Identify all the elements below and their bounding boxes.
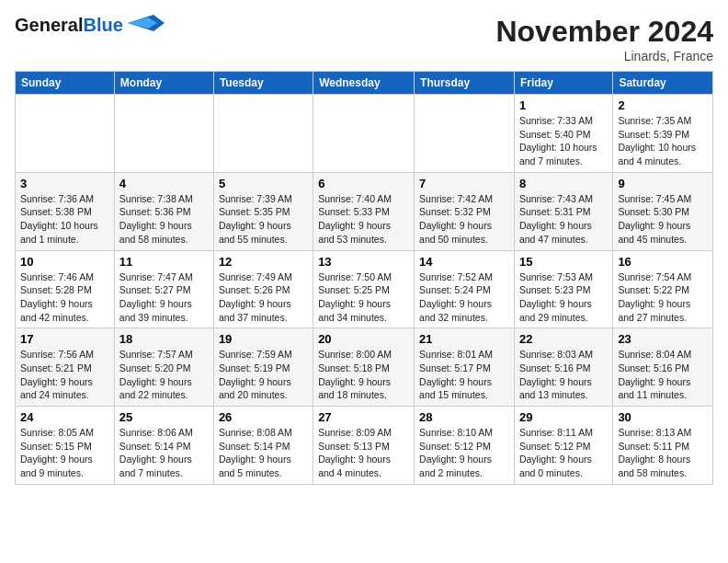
month-title: November 2024 [495, 15, 713, 49]
day-number: 3 [20, 177, 109, 190]
day-detail: Sunrise: 8:11 AM Sunset: 5:12 PM Dayligh… [519, 426, 608, 480]
logo-icon [128, 15, 165, 31]
day-number: 6 [318, 177, 409, 190]
day-detail: Sunrise: 8:04 AM Sunset: 5:16 PM Dayligh… [618, 348, 708, 402]
calendar-cell: 15Sunrise: 7:53 AM Sunset: 5:23 PM Dayli… [514, 250, 612, 328]
day-detail: Sunrise: 8:13 AM Sunset: 5:11 PM Dayligh… [618, 426, 708, 480]
day-number: 12 [219, 255, 308, 269]
weekday-header-tuesday: Tuesday [213, 72, 313, 95]
day-detail: Sunrise: 7:38 AM Sunset: 5:36 PM Dayligh… [119, 192, 209, 247]
calendar-week-3: 10Sunrise: 7:46 AM Sunset: 5:28 PM Dayli… [16, 250, 713, 328]
day-detail: Sunrise: 7:36 AM Sunset: 5:38 PM Dayligh… [20, 192, 109, 247]
day-detail: Sunrise: 7:47 AM Sunset: 5:27 PM Dayligh… [119, 270, 209, 325]
day-detail: Sunrise: 7:43 AM Sunset: 5:31 PM Dayligh… [519, 192, 608, 247]
calendar-cell [16, 95, 115, 173]
logo-text: GeneralBlue [15, 15, 128, 35]
day-number: 24 [20, 410, 109, 424]
calendar-cell: 25Sunrise: 8:06 AM Sunset: 5:14 PM Dayli… [114, 407, 213, 485]
day-number: 4 [119, 177, 209, 190]
day-number: 11 [119, 255, 209, 269]
day-number: 30 [618, 410, 708, 424]
calendar-cell: 9Sunrise: 7:45 AM Sunset: 5:30 PM Daylig… [613, 172, 713, 250]
page-header: GeneralBlue November 2024 Linards, Franc… [15, 15, 713, 63]
calendar-cell: 26Sunrise: 8:08 AM Sunset: 5:14 PM Dayli… [213, 407, 313, 485]
calendar-cell: 17Sunrise: 7:56 AM Sunset: 5:21 PM Dayli… [16, 328, 115, 407]
calendar-cell [213, 95, 313, 173]
day-number: 28 [419, 410, 509, 424]
day-detail: Sunrise: 7:52 AM Sunset: 5:24 PM Dayligh… [419, 270, 509, 325]
day-detail: Sunrise: 7:42 AM Sunset: 5:32 PM Dayligh… [419, 192, 509, 247]
calendar-cell: 12Sunrise: 7:49 AM Sunset: 5:26 PM Dayli… [213, 250, 313, 328]
day-detail: Sunrise: 7:50 AM Sunset: 5:25 PM Dayligh… [318, 270, 409, 325]
calendar-cell: 10Sunrise: 7:46 AM Sunset: 5:28 PM Dayli… [16, 250, 115, 328]
calendar-cell: 1Sunrise: 7:33 AM Sunset: 5:40 PM Daylig… [514, 95, 612, 173]
weekday-header-row: SundayMondayTuesdayWednesdayThursdayFrid… [16, 72, 713, 95]
day-number: 20 [318, 332, 409, 346]
day-detail: Sunrise: 7:56 AM Sunset: 5:21 PM Dayligh… [20, 348, 109, 402]
day-detail: Sunrise: 8:01 AM Sunset: 5:17 PM Dayligh… [419, 348, 509, 402]
day-detail: Sunrise: 8:05 AM Sunset: 5:15 PM Dayligh… [20, 426, 109, 480]
calendar-cell: 20Sunrise: 8:00 AM Sunset: 5:18 PM Dayli… [313, 328, 415, 407]
weekday-header-thursday: Thursday [415, 72, 515, 95]
calendar-cell: 4Sunrise: 7:38 AM Sunset: 5:36 PM Daylig… [114, 172, 213, 250]
weekday-header-friday: Friday [514, 72, 612, 95]
day-number: 18 [119, 332, 209, 346]
day-detail: Sunrise: 7:39 AM Sunset: 5:35 PM Dayligh… [219, 192, 308, 247]
calendar-cell: 27Sunrise: 8:09 AM Sunset: 5:13 PM Dayli… [313, 407, 415, 485]
calendar-cell [114, 95, 213, 173]
calendar-week-2: 3Sunrise: 7:36 AM Sunset: 5:38 PM Daylig… [16, 172, 713, 250]
calendar-cell [313, 95, 415, 173]
day-detail: Sunrise: 7:54 AM Sunset: 5:22 PM Dayligh… [618, 270, 708, 325]
day-number: 27 [318, 410, 409, 424]
day-number: 26 [219, 410, 308, 424]
calendar-cell: 3Sunrise: 7:36 AM Sunset: 5:38 PM Daylig… [16, 172, 115, 250]
calendar-cell: 24Sunrise: 8:05 AM Sunset: 5:15 PM Dayli… [16, 407, 115, 485]
calendar-cell: 28Sunrise: 8:10 AM Sunset: 5:12 PM Dayli… [415, 407, 515, 485]
day-detail: Sunrise: 7:46 AM Sunset: 5:28 PM Dayligh… [20, 270, 109, 325]
day-number: 8 [519, 177, 608, 190]
logo: GeneralBlue [15, 15, 165, 36]
day-detail: Sunrise: 8:06 AM Sunset: 5:14 PM Dayligh… [119, 426, 209, 480]
calendar-week-5: 24Sunrise: 8:05 AM Sunset: 5:15 PM Dayli… [16, 407, 713, 485]
weekday-header-monday: Monday [114, 72, 213, 95]
calendar-cell: 21Sunrise: 8:01 AM Sunset: 5:17 PM Dayli… [415, 328, 515, 407]
weekday-header-saturday: Saturday [613, 72, 713, 95]
day-number: 14 [419, 255, 509, 269]
day-number: 23 [618, 332, 708, 346]
calendar-cell: 11Sunrise: 7:47 AM Sunset: 5:27 PM Dayli… [114, 250, 213, 328]
calendar-week-1: 1Sunrise: 7:33 AM Sunset: 5:40 PM Daylig… [16, 95, 713, 173]
calendar-cell: 7Sunrise: 7:42 AM Sunset: 5:32 PM Daylig… [415, 172, 515, 250]
day-number: 1 [519, 98, 608, 112]
calendar-cell: 5Sunrise: 7:39 AM Sunset: 5:35 PM Daylig… [213, 172, 313, 250]
day-detail: Sunrise: 7:57 AM Sunset: 5:20 PM Dayligh… [119, 348, 209, 402]
calendar-cell: 13Sunrise: 7:50 AM Sunset: 5:25 PM Dayli… [313, 250, 415, 328]
day-number: 13 [318, 255, 409, 269]
day-detail: Sunrise: 7:45 AM Sunset: 5:30 PM Dayligh… [618, 192, 708, 247]
day-number: 9 [618, 177, 708, 190]
day-detail: Sunrise: 8:09 AM Sunset: 5:13 PM Dayligh… [318, 426, 409, 480]
day-number: 22 [519, 332, 608, 346]
day-detail: Sunrise: 7:59 AM Sunset: 5:19 PM Dayligh… [219, 348, 308, 402]
calendar-cell: 6Sunrise: 7:40 AM Sunset: 5:33 PM Daylig… [313, 172, 415, 250]
calendar-cell: 30Sunrise: 8:13 AM Sunset: 5:11 PM Dayli… [613, 407, 713, 485]
calendar-cell [415, 95, 515, 173]
calendar-cell: 23Sunrise: 8:04 AM Sunset: 5:16 PM Dayli… [613, 328, 713, 407]
day-detail: Sunrise: 7:53 AM Sunset: 5:23 PM Dayligh… [519, 270, 608, 325]
day-number: 5 [219, 177, 308, 190]
calendar-cell: 29Sunrise: 8:11 AM Sunset: 5:12 PM Dayli… [514, 407, 612, 485]
day-number: 25 [119, 410, 209, 424]
location-title: Linards, France [495, 49, 713, 63]
weekday-header-sunday: Sunday [16, 72, 115, 95]
day-detail: Sunrise: 7:33 AM Sunset: 5:40 PM Dayligh… [519, 114, 608, 168]
calendar-cell: 19Sunrise: 7:59 AM Sunset: 5:19 PM Dayli… [213, 328, 313, 407]
day-detail: Sunrise: 7:49 AM Sunset: 5:26 PM Dayligh… [219, 270, 308, 325]
day-detail: Sunrise: 7:35 AM Sunset: 5:39 PM Dayligh… [618, 114, 708, 168]
calendar-cell: 16Sunrise: 7:54 AM Sunset: 5:22 PM Dayli… [613, 250, 713, 328]
day-number: 10 [20, 255, 109, 269]
day-detail: Sunrise: 8:08 AM Sunset: 5:14 PM Dayligh… [219, 426, 308, 480]
day-detail: Sunrise: 7:40 AM Sunset: 5:33 PM Dayligh… [318, 192, 409, 247]
day-number: 29 [519, 410, 608, 424]
day-number: 16 [618, 255, 708, 269]
day-detail: Sunrise: 8:10 AM Sunset: 5:12 PM Dayligh… [419, 426, 509, 480]
calendar-cell: 8Sunrise: 7:43 AM Sunset: 5:31 PM Daylig… [514, 172, 612, 250]
